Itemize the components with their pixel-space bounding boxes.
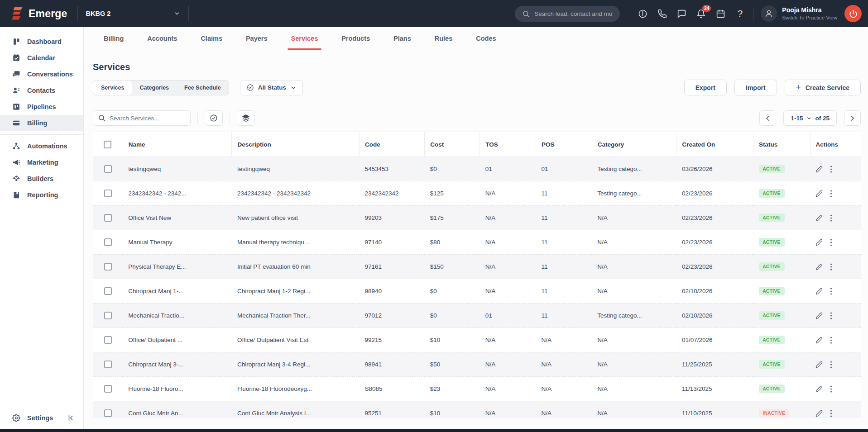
row-checkbox[interactable]	[104, 238, 112, 246]
previous-page-button[interactable]	[759, 110, 776, 126]
status-filter-dropdown[interactable]: All Status	[240, 80, 303, 95]
import-button[interactable]: Import	[734, 80, 777, 95]
table-row[interactable]: Mechanical Tractio... Mechanical Tractio…	[93, 304, 861, 328]
sidebar-item-marketing[interactable]: Marketing	[0, 154, 83, 171]
sidebar-item-calendar[interactable]: Calendar	[0, 50, 83, 66]
row-checkbox[interactable]	[104, 165, 112, 173]
table-row[interactable]: testingqweq testingqweq 5453453 $0 01 01…	[93, 157, 861, 181]
create-service-button[interactable]: +Create Service	[785, 80, 861, 95]
subtab[interactable]: Fee Schedule	[177, 81, 229, 95]
sidebar-item-dashboard[interactable]: Dashboard	[0, 33, 83, 50]
services-search-input[interactable]	[93, 110, 191, 126]
table-row[interactable]: Cont Gluc Mntr An... Cont Gluc Mntr Anal…	[93, 401, 861, 418]
more-options-icon[interactable]	[830, 165, 832, 173]
calendar-icon[interactable]	[715, 9, 725, 19]
table-row[interactable]: Manual Therapy Manual therapy techniqu..…	[93, 230, 861, 255]
module-tab[interactable]: Codes	[476, 27, 496, 50]
column-header-status[interactable]: Status	[753, 132, 810, 157]
sidebar-item-contacts[interactable]: Contacts	[0, 82, 83, 99]
row-checkbox[interactable]	[104, 385, 112, 393]
sidebar-item-billing[interactable]: Billing	[0, 115, 83, 131]
more-options-icon[interactable]	[830, 361, 832, 369]
module-tab[interactable]: Payers	[246, 27, 268, 50]
sidebar-item-automations[interactable]: Automations	[0, 138, 83, 154]
edit-pencil-icon[interactable]	[815, 337, 823, 344]
module-tab[interactable]: Plans	[393, 27, 411, 50]
edit-pencil-icon[interactable]	[815, 263, 823, 271]
subtab[interactable]: Services	[93, 81, 132, 95]
more-options-icon[interactable]	[830, 263, 832, 271]
column-header-created-on[interactable]: Created On	[676, 132, 753, 157]
edit-pencil-icon[interactable]	[815, 214, 823, 222]
more-options-icon[interactable]	[830, 312, 832, 320]
account-switcher[interactable]: BKBG 2	[78, 0, 188, 27]
sidebar-item-settings[interactable]: Settings	[12, 414, 53, 422]
help-icon[interactable]: ?	[735, 9, 745, 19]
module-tab[interactable]: Services	[291, 27, 318, 50]
sidebar-item-pipelines[interactable]: Pipelines	[0, 99, 83, 115]
column-header-pos[interactable]: POS	[536, 132, 592, 157]
page-range-dropdown[interactable]: 1-15 of 25	[783, 110, 837, 126]
more-options-icon[interactable]	[830, 409, 832, 418]
table-row[interactable]: 2342342342 - 2342... 2342342342 - 234234…	[93, 181, 861, 206]
sidebar-item-conversations[interactable]: Conversations	[0, 66, 83, 82]
more-options-icon[interactable]	[830, 214, 832, 222]
row-checkbox[interactable]	[104, 190, 112, 197]
more-options-icon[interactable]	[830, 238, 832, 247]
row-checkbox[interactable]	[104, 287, 112, 295]
table-row[interactable]: Physical Therapy E... Initial PT evaluat…	[93, 255, 861, 279]
sidebar-item-reporting[interactable]: Reporting	[0, 187, 83, 203]
row-checkbox[interactable]	[104, 409, 112, 417]
info-icon[interactable]	[638, 9, 647, 19]
next-page-button[interactable]	[844, 110, 861, 126]
table-row[interactable]: Office/ Outpatient ... Office/ Outpatien…	[93, 328, 861, 352]
services-search[interactable]	[93, 110, 191, 126]
table-row[interactable]: Office Visit New New patient office visi…	[93, 206, 861, 230]
module-tab[interactable]: Billing	[104, 27, 124, 50]
notifications-bell-icon[interactable]: 24	[696, 9, 706, 19]
column-header-code[interactable]: Code	[360, 132, 425, 157]
more-options-icon[interactable]	[830, 336, 832, 344]
module-tab[interactable]: Accounts	[147, 27, 177, 50]
subtab[interactable]: Categories	[132, 81, 177, 95]
column-header-name[interactable]: Name	[123, 132, 232, 157]
phone-icon[interactable]	[657, 9, 667, 19]
chat-icon[interactable]	[676, 9, 686, 19]
columns-layers-button[interactable]	[237, 110, 255, 126]
row-checkbox[interactable]	[104, 336, 112, 344]
module-tab[interactable]: Claims	[201, 27, 222, 50]
column-header-description[interactable]: Description	[232, 132, 360, 157]
edit-pencil-icon[interactable]	[815, 361, 823, 368]
edit-pencil-icon[interactable]	[815, 385, 823, 393]
logout-power-button[interactable]	[844, 5, 862, 22]
more-options-icon[interactable]	[830, 385, 832, 393]
quick-status-filter-button[interactable]	[205, 110, 223, 126]
select-all-checkbox[interactable]	[104, 141, 111, 148]
switch-view-link[interactable]: Switch To Practice View	[782, 14, 837, 21]
row-checkbox[interactable]	[104, 263, 112, 271]
edit-pencil-icon[interactable]	[815, 312, 823, 319]
table-row[interactable]: Chiropract Manj 1-... Chiropract Manj 1-…	[93, 279, 861, 304]
edit-pencil-icon[interactable]	[815, 410, 823, 417]
column-header-cost[interactable]: Cost	[425, 132, 480, 157]
edit-pencil-icon[interactable]	[815, 190, 823, 197]
more-options-icon[interactable]	[830, 190, 832, 198]
edit-pencil-icon[interactable]	[815, 239, 823, 246]
sidebar-collapse-button[interactable]	[67, 414, 75, 422]
column-header-category[interactable]: Category	[592, 132, 676, 157]
global-search[interactable]	[515, 6, 620, 22]
table-row[interactable]: Fluorine-18 Fluoro... Fluorine-18 Fluoro…	[93, 377, 861, 401]
row-checkbox[interactable]	[104, 312, 112, 319]
global-search-input[interactable]	[534, 10, 613, 17]
more-options-icon[interactable]	[830, 287, 832, 295]
edit-pencil-icon[interactable]	[815, 166, 823, 173]
table-row[interactable]: Chiropract Manj 3-... Chiropract Manj 3-…	[93, 352, 861, 377]
user-menu[interactable]: Pooja Mishra Switch To Practice View	[761, 5, 837, 22]
column-header-tos[interactable]: TOS	[480, 132, 536, 157]
export-button[interactable]: Export	[684, 80, 727, 95]
module-tab[interactable]: Rules	[435, 27, 453, 50]
module-tab[interactable]: Products	[341, 27, 370, 50]
sidebar-item-builders[interactable]: Builders	[0, 171, 83, 187]
row-checkbox[interactable]	[104, 214, 112, 222]
edit-pencil-icon[interactable]	[815, 288, 823, 295]
